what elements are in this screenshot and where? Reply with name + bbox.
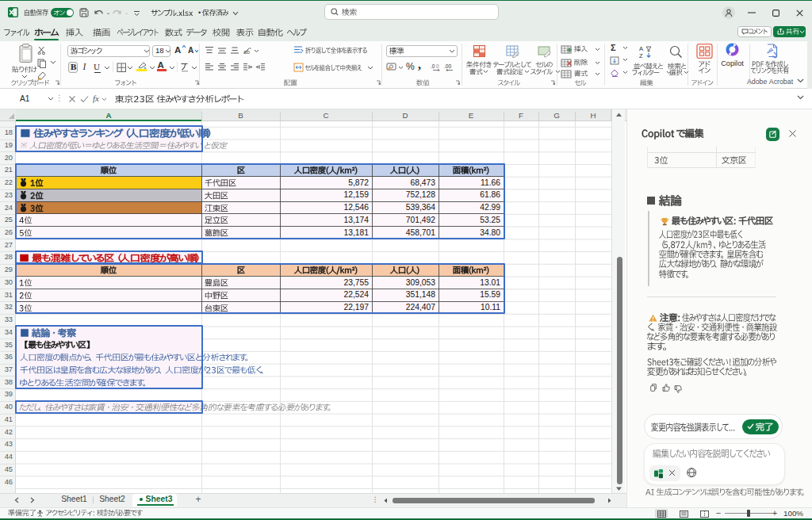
svg-text:.0: .0 (431, 63, 435, 69)
svg-text:ab: ab (243, 49, 250, 55)
svg-text:0: 0 (436, 63, 439, 69)
svg-text:Z: Z (639, 52, 643, 59)
svg-text:.00: .00 (444, 63, 451, 69)
svg-text:A: A (639, 45, 643, 52)
